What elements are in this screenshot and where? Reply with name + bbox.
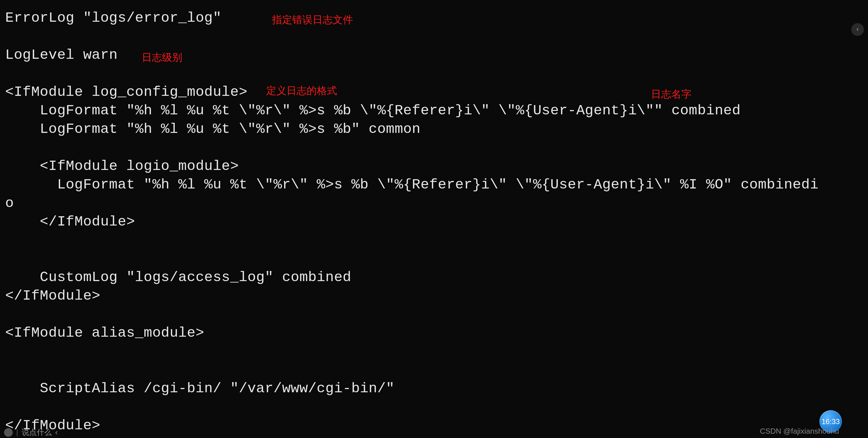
- code-line: <IfModule alias_module>: [5, 325, 204, 341]
- divider: |: [16, 428, 18, 437]
- code-line: LogLevel warn: [5, 47, 118, 63]
- annotation-loglevel: 日志级别: [142, 51, 182, 64]
- config-code-block: ErrorLog "logs/error_log" LogLevel warn …: [5, 9, 863, 435]
- code-line: CustomLog "logs/access_log" combined: [5, 269, 351, 286]
- code-line: <IfModule log_config_module>: [5, 84, 247, 100]
- user-avatar-icon: [4, 428, 13, 437]
- expand-panel-button[interactable]: ‹: [851, 23, 864, 36]
- chevron-left-icon: ‹: [856, 26, 859, 33]
- code-line: </IfModule>: [5, 288, 100, 304]
- annotation-logformat: 定义日志的格式: [266, 84, 337, 97]
- code-line: o: [5, 195, 14, 211]
- chevron-left-icon: ‹: [55, 428, 58, 437]
- code-line: LogFormat "%h %l %u %t \"%r\" %>s %b \"%…: [5, 103, 741, 119]
- comment-placeholder: 说点什么: [22, 427, 52, 437]
- annotation-errorlog: 指定错误日志文件: [272, 13, 353, 27]
- clock-time: 16:33: [822, 417, 840, 426]
- code-line: ScriptAlias /cgi-bin/ "/var/www/cgi-bin/…: [5, 380, 395, 397]
- code-line: LogFormat "%h %l %u %t \"%r\" %>s %b \"%…: [5, 177, 818, 193]
- code-line: ErrorLog "logs/error_log": [5, 10, 222, 26]
- annotation-logname: 日志名字: [651, 87, 691, 101]
- code-line: <IfModule logio_module>: [5, 158, 239, 174]
- watermark-text: CSDN @fajixianshouhu: [760, 427, 839, 436]
- bottom-input-bar[interactable]: | 说点什么 ‹: [4, 427, 58, 437]
- code-line: </IfModule>: [5, 214, 135, 230]
- code-line: LogFormat "%h %l %u %t \"%r\" %>s %b" co…: [5, 121, 421, 137]
